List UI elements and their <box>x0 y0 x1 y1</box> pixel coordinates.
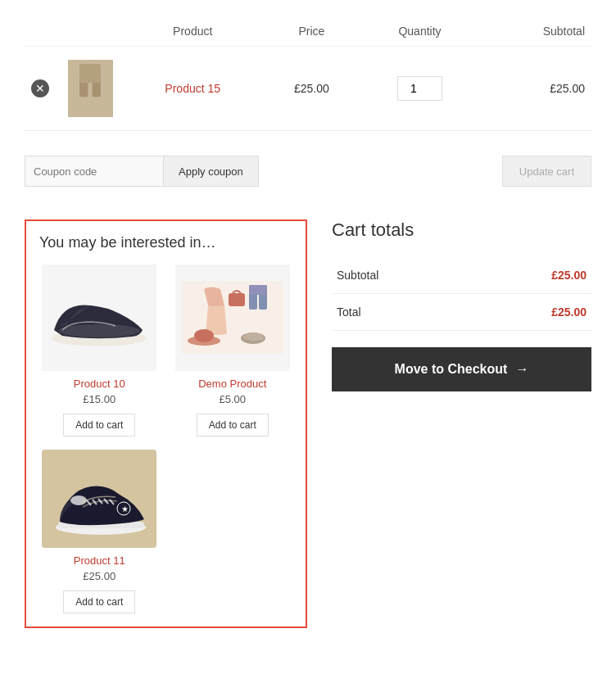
total-label: Total <box>332 294 471 331</box>
svg-rect-10 <box>249 285 267 295</box>
subtotal-value: £25.00 <box>471 257 591 294</box>
svg-point-5 <box>58 324 140 337</box>
svg-point-17 <box>70 495 87 505</box>
product-name-link[interactable]: Product 15 <box>165 82 220 95</box>
total-value: £25.00 <box>471 294 591 331</box>
add-to-cart-button-2[interactable]: Add to cart <box>63 590 135 613</box>
product-card-1: Demo Product £5.00 Add to cart <box>173 265 293 437</box>
subtotal-label: Subtotal <box>332 257 471 294</box>
cart-actions: Apply coupon Update cart <box>25 147 591 195</box>
add-to-cart-button-1[interactable]: Add to cart <box>197 414 269 437</box>
product-card-price-0: £15.00 <box>39 393 160 405</box>
product-image <box>68 60 113 117</box>
cart-totals-title: Cart totals <box>332 219 591 241</box>
product-card-image-0 <box>42 265 156 371</box>
interested-title: You may be interested in… <box>39 234 292 251</box>
products-single: ★ Product 11 £25.00 Add to cart <box>39 450 292 613</box>
svg-point-12 <box>194 329 214 342</box>
col-header-product: Product <box>123 16 262 47</box>
col-header-quantity: Quantity <box>360 16 479 47</box>
update-cart-button[interactable]: Update cart <box>502 156 591 187</box>
product-card-2: ★ Product 11 £25.00 Add to cart <box>39 450 160 613</box>
add-to-cart-button-0[interactable]: Add to cart <box>63 414 135 437</box>
cart-table: Product Price Quantity Subtotal ✕ <box>25 16 591 131</box>
coupon-input[interactable] <box>25 156 164 187</box>
svg-rect-0 <box>79 64 101 70</box>
product-card-0: Product 10 £15.00 Add to cart <box>39 265 160 437</box>
table-row: ✕ Product 15 £25.00 £ <box>25 47 591 131</box>
product-card-name-1[interactable]: Demo Product <box>173 378 293 390</box>
sneaker-icon <box>46 277 152 359</box>
product-card-name-0[interactable]: Product 10 <box>39 378 160 390</box>
product-card-name-2[interactable]: Product 11 <box>39 554 160 567</box>
product-card-price-2: £25.00 <box>39 570 160 582</box>
totals-table: Subtotal £25.00 Total £25.00 <box>332 257 591 331</box>
fashion-icon <box>179 277 286 359</box>
remove-item-button[interactable]: ✕ <box>31 79 49 97</box>
checkout-label: Move to Checkout <box>395 362 508 377</box>
svg-rect-7 <box>229 293 245 306</box>
col-header-price: Price <box>262 16 360 47</box>
product-card-image-1 <box>175 265 290 371</box>
subtotal-row: Subtotal £25.00 <box>332 257 591 294</box>
cart-totals: Cart totals Subtotal £25.00 Total £25.00… <box>332 219 591 391</box>
svg-text:★: ★ <box>121 504 129 513</box>
coupon-form: Apply coupon <box>25 156 259 187</box>
converse-icon: ★ <box>42 450 156 548</box>
svg-rect-3 <box>79 69 101 83</box>
apply-coupon-button[interactable]: Apply coupon <box>164 156 259 187</box>
item-price: £25.00 <box>262 47 360 131</box>
col-header-subtotal: Subtotal <box>479 16 591 47</box>
products-grid: Product 10 £15.00 Add to cart <box>39 265 292 437</box>
quantity-input[interactable] <box>397 76 442 101</box>
interested-section: You may be interested in… Product 10 £15… <box>25 219 307 628</box>
checkout-button[interactable]: Move to Checkout → <box>332 347 591 391</box>
main-bottom: You may be interested in… Product 10 £15… <box>25 219 591 628</box>
total-row: Total £25.00 <box>332 294 591 331</box>
pants-icon <box>74 64 106 113</box>
item-subtotal: £25.00 <box>479 47 591 131</box>
checkout-arrow-icon: → <box>515 362 528 377</box>
product-card-price-1: £5.00 <box>173 393 293 405</box>
product-card-image-2: ★ <box>42 450 156 548</box>
